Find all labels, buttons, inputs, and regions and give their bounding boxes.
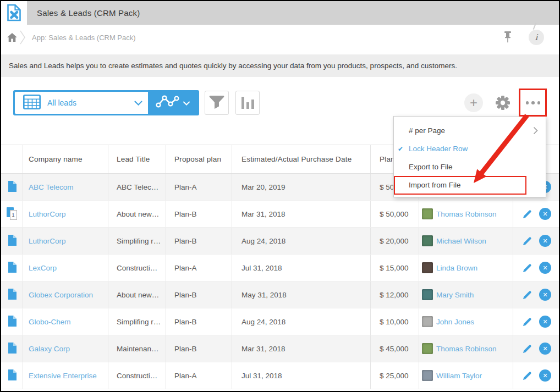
filter-button[interactable] — [205, 91, 229, 115]
purchase-date-cell: May 31, 2018 — [232, 281, 371, 308]
add-record-button[interactable]: + — [464, 93, 483, 112]
menu-item-export-to-file[interactable]: Export to File — [394, 158, 546, 176]
proposal-plan-cell: Plan-B — [166, 228, 232, 254]
delete-icon[interactable]: ✕ — [539, 369, 551, 382]
purchase-date-cell: Mar 20, 2019 — [232, 174, 371, 200]
record-attachment-icon[interactable]: 1 — [7, 207, 18, 220]
column-header-purchase-date: Estimated/Actual Purchase Date — [232, 145, 371, 173]
person-link[interactable]: Michael Wilson — [436, 237, 486, 245]
settings-button[interactable] — [495, 95, 510, 113]
company-link[interactable]: ABC Telecom — [29, 183, 74, 191]
person-link[interactable]: John Jones — [436, 318, 474, 326]
menu-item-per-page[interactable]: # per Page — [394, 122, 546, 140]
gear-icon — [495, 103, 510, 112]
purchase-date-cell: Mar 31, 2018 — [232, 201, 371, 227]
delete-icon[interactable]: ✕ — [539, 316, 551, 328]
proposal-plan-cell: Plan-B — [166, 335, 232, 362]
chevron-down-icon — [134, 98, 142, 108]
submenu-chevron-icon — [533, 126, 538, 135]
avatar — [422, 343, 433, 354]
lead-title-cell: Maintenan… — [108, 335, 166, 362]
column-header-company: Company name — [23, 145, 108, 173]
view-selector-current[interactable]: All leads — [15, 92, 148, 114]
app-icon — [7, 4, 22, 24]
breadcrumb: App: Sales & Leads (CRM Pack) — [32, 25, 136, 50]
ellipsis-icon — [526, 101, 529, 104]
edit-icon[interactable] — [522, 290, 532, 300]
more-options-menu: # per Page ✔ Lock Header Row Export to F… — [393, 116, 546, 197]
breadcrumb-bar: App: Sales & Leads (CRM Pack) i — [1, 25, 559, 52]
page-title: Sales & Leads (CRM Pack) — [37, 1, 140, 25]
more-options-button[interactable] — [521, 93, 545, 112]
lead-title-cell: ABC Telec… — [108, 174, 166, 200]
app-description: Sales and Leads helps you to create esti… — [1, 54, 559, 77]
purchase-date-cell: Jul 31, 2018 — [232, 255, 371, 281]
record-icon[interactable] — [8, 289, 17, 301]
table-row: 1 LuthorCorp About new… Plan-B Mar 31, 2… — [1, 201, 559, 228]
table-row: Galaxy Corp Maintenan… Plan-B Mar 31, 20… — [1, 335, 559, 362]
table-view-icon — [23, 95, 41, 112]
lead-title-cell: About new… — [108, 281, 166, 308]
delete-icon[interactable]: ✕ — [539, 262, 551, 274]
column-chart-button[interactable] — [235, 91, 260, 115]
person-link[interactable]: Mary Smith — [436, 291, 474, 299]
delete-icon[interactable]: ✕ — [539, 343, 551, 355]
person-link[interactable]: Thomas Robinson — [436, 345, 497, 353]
table-row: LuthorCorp Simplifing r… Plan-B Aug 24, … — [1, 228, 559, 255]
edit-icon[interactable] — [522, 209, 532, 219]
delete-icon[interactable]: ✕ — [539, 208, 551, 220]
record-icon[interactable] — [8, 343, 17, 355]
proposal-plan-cell: Plan-B — [166, 281, 232, 308]
breadcrumb-chevron-icon — [19, 29, 26, 48]
person-link[interactable]: Linda Brown — [436, 264, 477, 272]
avatar — [422, 289, 433, 300]
info-icon[interactable]: i — [529, 30, 544, 45]
edit-icon[interactable] — [522, 263, 532, 273]
menu-item-import-from-file[interactable]: Import from File — [394, 176, 546, 194]
check-icon: ✔ — [398, 145, 403, 153]
chevron-down-icon — [183, 98, 190, 108]
lead-title-cell: Constructi… — [108, 255, 166, 281]
lead-title-cell: Simplifing r… — [108, 228, 166, 254]
menu-item-lock-header-row[interactable]: ✔ Lock Header Row — [394, 140, 546, 158]
delete-icon[interactable]: ✕ — [539, 235, 551, 247]
edit-icon[interactable] — [522, 344, 532, 354]
company-link[interactable]: Globo-Chem — [29, 318, 71, 326]
column-header-proposal-plan: Proposal plan — [166, 145, 232, 173]
record-icon[interactable] — [8, 235, 17, 247]
person-link[interactable]: Thomas Robinson — [436, 210, 497, 218]
home-icon[interactable] — [7, 33, 17, 44]
amount-cell: $ 15,000 — [371, 255, 419, 281]
lead-title-cell: Constructi… — [108, 362, 166, 389]
edit-icon[interactable] — [522, 317, 532, 327]
company-link[interactable]: LuthorCorp — [29, 210, 66, 218]
amount-cell: $ 25,000 — [371, 362, 419, 389]
pin-icon[interactable] — [503, 31, 512, 46]
company-link[interactable]: LexCorp — [29, 264, 57, 272]
company-link[interactable]: Extensive Enterprise — [29, 372, 97, 380]
record-icon[interactable] — [8, 181, 17, 194]
view-selector-label: All leads — [47, 98, 134, 107]
line-chart-icon — [156, 95, 180, 111]
purchase-date-cell: Aug 24, 2018 — [232, 308, 371, 335]
lead-title-cell: About new… — [108, 201, 166, 227]
proposal-plan-cell: Plan-A — [166, 174, 232, 200]
delete-icon[interactable]: ✕ — [539, 289, 551, 301]
person-link[interactable]: William Taylor — [436, 372, 482, 380]
lead-title-cell: Simplifing r… — [108, 308, 166, 335]
column-header-lead-title: Lead Title — [108, 145, 166, 173]
view-selector[interactable]: All leads — [13, 90, 199, 115]
company-link[interactable]: LuthorCorp — [29, 237, 66, 245]
edit-icon[interactable] — [522, 371, 532, 381]
company-link[interactable]: Globex Corporation — [29, 291, 93, 299]
company-link[interactable]: Galaxy Corp — [29, 345, 70, 353]
record-icon[interactable] — [8, 262, 17, 274]
avatar — [422, 370, 433, 381]
record-icon[interactable] — [8, 316, 17, 328]
purchase-date-cell: Mar 31, 2018 — [232, 335, 371, 362]
edit-icon[interactable] — [522, 236, 532, 246]
proposal-plan-cell: Plan-B — [166, 308, 232, 335]
avatar — [422, 316, 433, 327]
chart-view-selector[interactable] — [148, 92, 197, 114]
record-icon[interactable] — [8, 369, 17, 382]
